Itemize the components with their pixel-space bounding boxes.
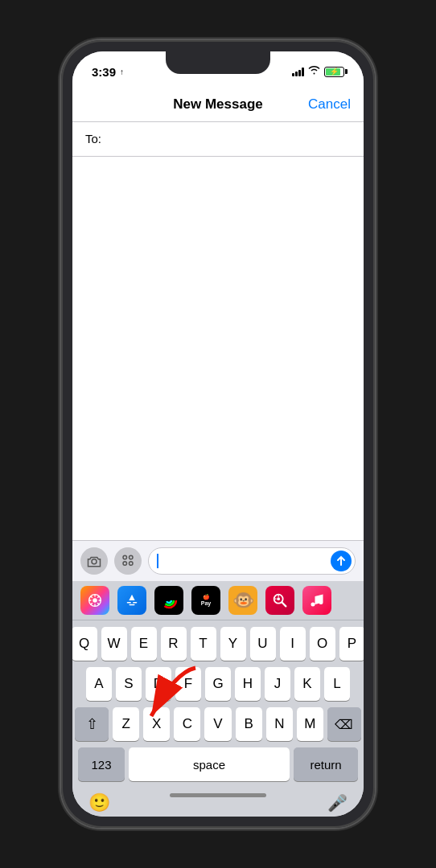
text-cursor xyxy=(157,554,158,568)
message-input[interactable] xyxy=(148,547,356,575)
monkey-app-icon[interactable]: 🐵 xyxy=(228,586,257,615)
nav-title: New Message xyxy=(173,96,263,113)
message-area[interactable] xyxy=(72,157,364,540)
home-bar xyxy=(170,793,266,797)
keyboard-row-4: 123 space return xyxy=(75,747,361,781)
monkey-emoji: 🐵 xyxy=(232,590,254,611)
key-z[interactable]: Z xyxy=(113,707,139,741)
key-m[interactable]: M xyxy=(297,707,323,741)
keyboard-row-2: A S D F G H J K L xyxy=(75,667,361,701)
svg-line-15 xyxy=(282,603,286,607)
app-strip: 🍎Pay 🐵 xyxy=(72,581,364,620)
keyboard-row-1: Q W E R T Y U I O P xyxy=(75,627,361,661)
svg-point-0 xyxy=(92,559,97,564)
activity-app-icon[interactable] xyxy=(154,586,183,615)
key-v[interactable]: V xyxy=(204,707,231,741)
key-p[interactable]: P xyxy=(339,627,364,661)
notch xyxy=(166,51,270,74)
nav-bar: New Message Cancel xyxy=(72,87,364,122)
key-u[interactable]: U xyxy=(250,627,276,661)
key-d[interactable]: D xyxy=(146,667,171,701)
keyboard-row-3: ⇧ Z X C V B N M ⌫ xyxy=(75,707,361,741)
key-y[interactable]: Y xyxy=(220,627,246,661)
mic-button[interactable]: 🎤 xyxy=(327,793,348,813)
status-icons: ⚡ xyxy=(292,66,344,77)
space-key[interactable]: space xyxy=(129,747,290,781)
applepay-label: 🍎Pay xyxy=(201,594,211,606)
signal-bars-icon xyxy=(292,67,304,76)
svg-line-9 xyxy=(97,596,99,598)
delete-key[interactable]: ⌫ xyxy=(327,707,361,741)
send-button[interactable] xyxy=(331,551,352,571)
location-arrow-icon: ↑ xyxy=(120,68,124,76)
svg-point-16 xyxy=(277,597,280,600)
appstore-app-icon[interactable] xyxy=(117,586,146,615)
music-app-icon[interactable] xyxy=(302,586,331,615)
key-h[interactable]: H xyxy=(235,667,261,701)
svg-line-10 xyxy=(91,603,93,604)
battery-bolt-icon: ⚡ xyxy=(330,68,339,76)
key-r[interactable]: R xyxy=(161,627,187,661)
wifi-icon xyxy=(308,66,320,77)
svg-line-8 xyxy=(97,603,99,604)
battery-icon: ⚡ xyxy=(324,67,344,77)
emoji-mic-row: 🙂 🎤 xyxy=(72,788,364,817)
key-c[interactable]: C xyxy=(174,707,200,741)
svg-line-7 xyxy=(91,596,93,598)
key-e[interactable]: E xyxy=(131,627,157,661)
numbers-key[interactable]: 123 xyxy=(78,747,125,781)
time-display: 3:39 xyxy=(92,65,116,79)
key-o[interactable]: O xyxy=(310,627,335,661)
to-field[interactable]: To: xyxy=(72,122,364,157)
key-n[interactable]: N xyxy=(266,707,293,741)
key-j[interactable]: J xyxy=(265,667,290,701)
to-label: To: xyxy=(85,132,101,145)
phone-frame: 3:39 ↑ xyxy=(61,40,375,828)
imessage-toolbar xyxy=(72,540,364,581)
phone-screen: 3:39 ↑ xyxy=(72,51,364,817)
shift-key[interactable]: ⇧ xyxy=(75,707,109,741)
photos-app-icon[interactable] xyxy=(80,586,109,615)
key-a[interactable]: A xyxy=(86,667,112,701)
return-key[interactable]: return xyxy=(294,747,358,781)
applepay-app-icon[interactable]: 🍎Pay xyxy=(191,586,220,615)
key-w[interactable]: W xyxy=(101,627,127,661)
key-q[interactable]: Q xyxy=(72,627,97,661)
keyboard: Q W E R T Y U I O P A S D F G H J K xyxy=(72,620,364,788)
svg-point-13 xyxy=(167,598,171,603)
search-app-icon[interactable] xyxy=(265,586,294,615)
cancel-button[interactable]: Cancel xyxy=(308,96,351,113)
key-f[interactable]: F xyxy=(175,667,201,701)
apps-button[interactable] xyxy=(114,547,142,575)
status-time: 3:39 ↑ xyxy=(92,65,124,79)
key-t[interactable]: T xyxy=(191,627,216,661)
key-x[interactable]: X xyxy=(143,707,170,741)
key-l[interactable]: L xyxy=(324,667,350,701)
key-k[interactable]: K xyxy=(294,667,320,701)
key-i[interactable]: I xyxy=(280,627,306,661)
camera-button[interactable] xyxy=(80,547,108,575)
emoji-button[interactable]: 🙂 xyxy=(88,792,110,813)
key-s[interactable]: S xyxy=(116,667,142,701)
key-g[interactable]: G xyxy=(205,667,231,701)
key-b[interactable]: B xyxy=(236,707,262,741)
svg-point-2 xyxy=(93,598,97,603)
